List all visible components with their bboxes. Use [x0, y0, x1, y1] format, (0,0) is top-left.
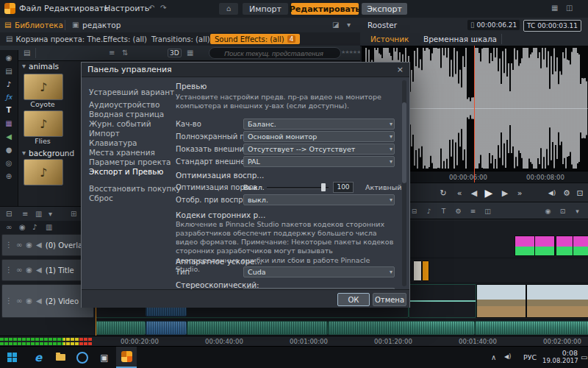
rating-stars[interactable]: ★★★★★ — [341, 49, 360, 55]
threshold-slider-track[interactable] — [267, 187, 329, 189]
grid-view-icon[interactable]: ▥ — [35, 210, 42, 218]
list-tool-icon[interactable]: ≡ — [467, 205, 478, 216]
tab-library[interactable]: Библиотека — [15, 21, 63, 29]
audio-monitor-icon[interactable]: ♪ — [32, 224, 37, 231]
split-view-icon[interactable]: ◫ — [482, 205, 493, 216]
disc-icon[interactable]: ◎ — [6, 160, 12, 167]
loop-icon[interactable]: ↻ — [437, 186, 450, 199]
nav-event-log[interactable]: Журн. событий — [89, 119, 171, 129]
edit-mode-button[interactable]: Редактировать — [291, 3, 359, 15]
magnet-icon[interactable]: ◉ — [542, 205, 553, 216]
clip-thumbnail[interactable] — [422, 261, 429, 281]
taskbar-explorer[interactable] — [50, 347, 71, 368]
sort-icon[interactable]: ⇅ — [122, 49, 128, 57]
track-view-icon[interactable]: ▥ — [46, 224, 52, 231]
language-indicator[interactable]: РУС — [523, 353, 537, 361]
audio-clip[interactable] — [475, 321, 588, 335]
asset-coyote-thumb[interactable]: ♪ — [24, 74, 63, 100]
toolbar-menu-icon[interactable]: ▾ — [572, 205, 583, 216]
redo-icon[interactable]: ↷ — [160, 4, 166, 12]
home-button[interactable]: ⌂ — [219, 3, 238, 15]
clip-thumbnail[interactable] — [534, 236, 555, 256]
nav-restore-purchase[interactable]: Восстановить покупку — [89, 184, 171, 194]
ok-button[interactable]: ОК — [337, 293, 370, 306]
montage-icon[interactable]: ▦ — [5, 120, 12, 127]
folder-icon[interactable]: ▤ — [24, 49, 30, 57]
nav-storage[interactable]: Места хранения — [89, 148, 171, 158]
import-mode-button[interactable]: Импорт — [243, 3, 288, 15]
eye-icon[interactable]: ◉ — [26, 297, 32, 305]
panel-menu-icon[interactable]: ▾ — [347, 21, 351, 29]
taskbar-browser[interactable] — [72, 347, 93, 368]
external-dropdown[interactable]: Отсутствует --> Отсутствует▾ — [243, 144, 395, 155]
zoom-fit-icon[interactable]: ⊡ — [557, 205, 568, 216]
speaker-icon[interactable]: ◀ — [36, 241, 42, 249]
asset-flies-thumb[interactable]: ♪ — [24, 110, 63, 137]
bin-effects[interactable]: Effects: (all) — [98, 34, 151, 44]
tab-source[interactable]: Источник — [370, 35, 409, 43]
trash-icon[interactable]: ⊟ — [6, 210, 12, 218]
mic-icon[interactable]: ● — [6, 146, 12, 154]
grid-icon[interactable]: ▦ — [551, 4, 558, 12]
nav-keyboard[interactable]: Клавиатура — [89, 138, 171, 148]
timeline-ruler[interactable]: 00:00:20:00 00:00:40:00 00:01:00:00 00:0… — [0, 336, 588, 347]
speaker-icon[interactable]: ◀ — [36, 266, 42, 274]
threshold-slider-thumb[interactable] — [321, 183, 326, 191]
eye-icon[interactable]: ◉ — [26, 241, 32, 249]
dialog-scrollbar[interactable] — [402, 80, 406, 286]
fullscreen-icon[interactable]: ⊡ — [573, 186, 587, 199]
speaker-icon[interactable]: ◀) — [545, 186, 559, 199]
play-button[interactable]: ▶ — [482, 186, 495, 199]
bin-transitions[interactable]: Transitions: (all) — [147, 34, 215, 44]
video-clip-thumbnail[interactable] — [526, 284, 588, 318]
remove-track-icon[interactable]: ⊟ — [409, 205, 420, 216]
nav-intro-page[interactable]: Вводная страница — [89, 110, 171, 119]
audio-clip[interactable] — [96, 321, 146, 335]
cancel-button[interactable]: Отмена — [373, 293, 406, 306]
export-mode-button[interactable]: Экспорт — [362, 3, 407, 15]
menu-down-icon[interactable]: ▾ — [49, 210, 52, 218]
eye-icon[interactable]: ◉ — [26, 266, 32, 274]
menu-setup[interactable]: Настроить — [104, 4, 149, 13]
bin-project[interactable]: ▤ Корзина проекта: The... — [1, 34, 112, 44]
nav-audio-device[interactable]: Аудиоустройство — [89, 100, 171, 110]
menu-file[interactable]: Файл — [19, 4, 41, 13]
clip-thumbnail[interactable] — [556, 236, 573, 256]
taskbar-pinnacle-active[interactable] — [116, 347, 137, 368]
notification-icon[interactable]: ▭ — [581, 354, 587, 361]
add-icon[interactable]: ⊞ — [71, 210, 76, 218]
nav-export-preview[interactable]: Экспорт и Превью — [89, 167, 171, 177]
group-background[interactable]: ▾ background — [22, 149, 74, 158]
next-button[interactable]: » — [513, 186, 526, 199]
clip-thumbnail[interactable] — [413, 261, 422, 281]
volume-icon[interactable]: ◀) — [504, 354, 511, 360]
nav-import[interactable]: Импорт — [89, 129, 171, 138]
nav-project-settings[interactable]: Параметры проекта — [89, 158, 171, 167]
source-playhead[interactable] — [474, 46, 475, 183]
link-icon[interactable]: ∞ — [6, 224, 12, 231]
group-animals[interactable]: ▾ animals — [22, 62, 59, 71]
dialog-scrollbar-thumb[interactable] — [402, 102, 406, 183]
display-dropdown[interactable]: выкл.▾ — [243, 194, 395, 205]
list-view-icon[interactable]: ≡ — [109, 49, 115, 57]
photo-icon[interactable]: ▤ — [5, 68, 12, 75]
clip-thumbnail[interactable] — [573, 236, 588, 256]
prev-button[interactable]: « — [453, 186, 466, 199]
tab-editor[interactable]: редактор — [82, 21, 121, 29]
tab-timeline[interactable]: Временная шкала — [423, 35, 497, 43]
fullscreen-dropdown[interactable]: Основной монитор▾ — [243, 131, 395, 142]
pin-icon[interactable]: ◪ — [332, 21, 339, 29]
video-clip[interactable] — [409, 284, 476, 318]
asset-background-thumb[interactable]: ♪ — [24, 159, 63, 185]
music-icon[interactable]: ♪ — [7, 81, 11, 88]
close-icon[interactable]: × — [397, 65, 404, 74]
clip-thumbnail[interactable] — [514, 236, 535, 256]
audio-clip[interactable] — [328, 321, 475, 335]
menu-edit[interactable]: Редактировать — [44, 4, 109, 13]
settings-gear-icon[interactable]: ⚙ — [560, 186, 573, 199]
bin-sound-effects[interactable]: Sound Effects: (all) 4 — [210, 34, 300, 44]
fx-icon[interactable]: ƒx — [6, 94, 12, 101]
type-dropdown[interactable]: Cuda▾ — [243, 266, 395, 277]
web-icon[interactable]: ⊕ — [6, 173, 12, 180]
quality-dropdown[interactable]: Баланс.▾ — [243, 118, 395, 130]
